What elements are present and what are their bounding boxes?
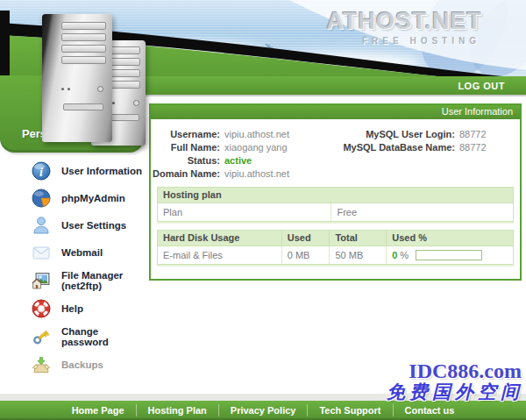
usage-total-cell: 50 MB xyxy=(330,246,387,264)
sidebar-item-label: Backups xyxy=(61,359,103,370)
sidebar-item-backups[interactable]: Backups xyxy=(0,352,146,379)
footer-link-contact[interactable]: Contact us xyxy=(394,404,466,416)
sidebar-item-label: phpMyAdmin xyxy=(61,193,125,203)
sidebar-item-label: User Settings xyxy=(61,220,126,231)
mysql-login-value: 88772 xyxy=(459,129,520,139)
plan-cell: Plan xyxy=(158,203,331,221)
mysql-login-label: MySQL User Login: xyxy=(328,129,459,139)
fullname-label: Full Name: xyxy=(151,142,224,153)
hosting-plan-title: Hosting plan xyxy=(158,188,513,203)
usage-progress-bar xyxy=(416,250,482,260)
watermark-slogan: 免费国外空间 xyxy=(387,381,525,402)
site-logo: ATHOST.NET FREE HOSTING xyxy=(327,8,483,46)
server-tower xyxy=(42,14,112,142)
status-value: active xyxy=(224,155,328,166)
key-icon xyxy=(32,327,51,346)
username-label: Username: xyxy=(151,129,224,139)
file-manager-icon xyxy=(32,271,51,290)
hosting-plan-table: Hosting plan Plan Free xyxy=(157,187,514,222)
status-label: Status: xyxy=(151,155,224,166)
sidebar-item-label: Webmail xyxy=(61,247,103,258)
sidebar-item-label: Help xyxy=(61,303,83,314)
user-info-grid: Username: vipiu.athost.net MySQL User Lo… xyxy=(151,129,520,179)
domain-value: vipiu.athost.net xyxy=(224,168,328,179)
pct-value: 0 xyxy=(392,250,397,260)
backup-box-icon xyxy=(32,355,51,374)
user-icon xyxy=(32,216,51,235)
table-row: Plan Free xyxy=(158,203,513,221)
section-title-bar: User Information xyxy=(151,105,520,119)
sidebar-item-label: Change password xyxy=(61,326,146,347)
column-header: Used % xyxy=(387,231,513,246)
footer-nav: Home Page Hosting Plan Privacy Policy Te… xyxy=(0,401,526,420)
footer-link-support[interactable]: Tech Support xyxy=(308,404,393,416)
svg-text:i: i xyxy=(39,166,43,179)
column-header: Hard Disk Usage xyxy=(158,231,282,246)
usage-used-cell: 0 MB xyxy=(282,246,331,264)
sidebar-item-user-settings[interactable]: User Settings xyxy=(0,212,146,239)
disk-usage-table: Hard Disk Usage Used Total Used % E-mail… xyxy=(157,230,514,265)
table-row: E-mail & Files 0 MB 50 MB 0 % xyxy=(158,246,513,264)
sidebar-item-label: User Information xyxy=(61,166,142,176)
sidebar-item-help[interactable]: Help xyxy=(0,295,146,323)
usage-pct-cell: 0 % xyxy=(387,246,513,264)
column-header: Used xyxy=(282,231,331,246)
footer-link-privacy[interactable]: Privacy Policy xyxy=(219,404,309,416)
sidebar-item-phpmyadmin[interactable]: phpMyAdmin xyxy=(0,185,146,212)
server-towers-image xyxy=(33,0,149,149)
sidebar-item-user-information[interactable]: i User Information xyxy=(0,158,146,185)
watermark-site: IDC886.com xyxy=(387,360,525,381)
mysql-db-value: 88772 xyxy=(459,142,520,153)
domain-label: Domain Name: xyxy=(151,168,224,179)
lifebuoy-icon xyxy=(32,299,51,318)
hosting-control-panel: ✈ ATHOST.NET FREE HOSTING LOG OUT Person… xyxy=(0,0,526,420)
envelope-icon xyxy=(32,243,51,262)
sidebar-item-change-password[interactable]: Change password xyxy=(0,323,146,352)
section-title: User Information xyxy=(442,106,513,117)
info-icon: i xyxy=(32,161,51,181)
mysql-db-label: MySQL DataBase Name: xyxy=(328,142,459,153)
pie-chart-icon xyxy=(32,189,51,208)
sidebar-item-webmail[interactable]: Webmail xyxy=(0,239,146,267)
logout-button[interactable]: LOG OUT xyxy=(458,81,505,91)
usage-name-cell: E-mail & Files xyxy=(158,246,282,264)
fullname-value: xiaogang yang xyxy=(224,142,328,153)
user-information-panel: User Information Username: vipiu.athost.… xyxy=(149,103,522,281)
header-left-shadow xyxy=(0,11,10,79)
sidebar-item-file-manager[interactable]: File Manager (net2ftp) xyxy=(0,267,146,295)
username-value: vipiu.athost.net xyxy=(224,129,328,139)
disk-usage-header-row: Hard Disk Usage Used Total Used % xyxy=(158,231,513,246)
logo-title: ATHOST.NET xyxy=(327,8,483,35)
column-header: Total xyxy=(330,231,387,246)
logo-subtitle: FREE HOSTING xyxy=(327,36,483,46)
footer-link-home[interactable]: Home Page xyxy=(60,404,137,416)
pct-unit: % xyxy=(400,250,409,260)
watermark: IDC886.com 免费国外空间 xyxy=(387,360,525,402)
footer-link-hosting[interactable]: Hosting Plan xyxy=(137,404,219,416)
sidebar-menu: i User Information phpMyAdmin xyxy=(0,158,146,379)
plan-value-cell: Free xyxy=(331,203,513,221)
sidebar-item-label: File Manager (net2ftp) xyxy=(61,270,146,291)
